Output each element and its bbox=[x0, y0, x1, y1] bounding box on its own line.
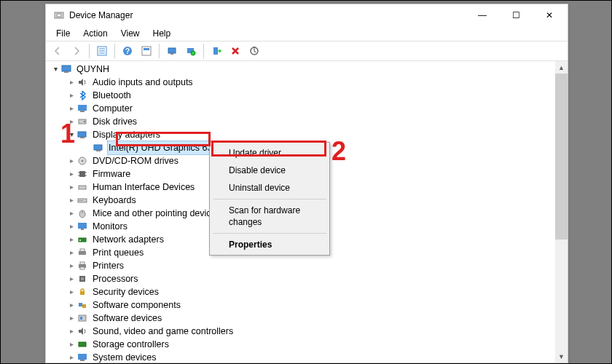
bluetooth-icon bbox=[76, 90, 88, 101]
expand-arrow-icon[interactable]: ▸ bbox=[66, 287, 76, 297]
context-separator bbox=[213, 233, 326, 234]
svg-rect-52 bbox=[79, 303, 82, 306]
expand-arrow-icon[interactable]: ▸ bbox=[66, 90, 76, 100]
category-printers[interactable]: ▸Printers bbox=[66, 259, 555, 272]
svg-rect-19 bbox=[80, 111, 85, 112]
show-hidden-button[interactable] bbox=[138, 42, 155, 60]
svg-rect-45 bbox=[80, 249, 85, 251]
category-sound[interactable]: ▸Sound, video and game controllers bbox=[66, 325, 555, 338]
audio-icon bbox=[76, 76, 88, 88]
tree-root[interactable]: ▾ QUYNH bbox=[50, 63, 555, 76]
category-audio[interactable]: ▸Audio inputs and outputs bbox=[66, 76, 555, 89]
category-software-components[interactable]: ▸Software components bbox=[66, 298, 555, 312]
mouse-icon bbox=[76, 207, 88, 219]
expand-arrow-icon[interactable]: ▸ bbox=[66, 116, 76, 127]
svg-rect-10 bbox=[168, 48, 176, 53]
minimize-button[interactable]: — bbox=[466, 4, 499, 26]
expand-arrow-icon[interactable]: ▸ bbox=[66, 221, 76, 232]
scroll-up-button[interactable]: ▲ bbox=[555, 61, 568, 74]
category-storage-controllers[interactable]: ▸Storage controllers bbox=[66, 338, 555, 351]
svg-rect-17 bbox=[64, 71, 68, 73]
svg-rect-14 bbox=[213, 47, 218, 55]
category-bluetooth[interactable]: ▸Bluetooth bbox=[66, 89, 555, 102]
category-computer[interactable]: ▸Computer bbox=[66, 102, 555, 115]
computer-properties-button[interactable] bbox=[163, 42, 181, 60]
expand-arrow-icon[interactable]: ▸ bbox=[66, 313, 76, 323]
back-button[interactable] bbox=[49, 42, 66, 60]
help-button[interactable]: ? bbox=[119, 42, 136, 60]
category-software-devices[interactable]: ▸Software devices bbox=[66, 312, 555, 325]
svg-rect-18 bbox=[78, 105, 87, 111]
svg-rect-44 bbox=[79, 251, 86, 255]
content-area: ▾ QUYNH ▸Audio inputs and outputs ▸Bluet… bbox=[46, 61, 568, 363]
svg-point-27 bbox=[82, 160, 84, 162]
expand-arrow-icon[interactable]: ▸ bbox=[66, 103, 76, 114]
app-icon bbox=[53, 9, 65, 21]
titlebar[interactable]: Device Manager — ☐ ✕ bbox=[46, 4, 568, 26]
svg-rect-51 bbox=[80, 291, 85, 295]
toolbar-separator bbox=[114, 44, 115, 58]
category-display-adapters[interactable]: ▾Display adapters bbox=[66, 128, 555, 141]
properties-list-button[interactable] bbox=[93, 42, 111, 60]
context-update-driver[interactable]: Update driver bbox=[211, 144, 328, 162]
expand-arrow-icon[interactable]: ▸ bbox=[66, 195, 76, 205]
scan-hardware-button[interactable] bbox=[182, 42, 200, 60]
network-icon bbox=[76, 234, 88, 245]
expand-arrow-icon[interactable]: ▸ bbox=[66, 352, 76, 363]
svg-rect-1 bbox=[57, 14, 61, 17]
system-device-icon bbox=[76, 352, 88, 363]
enable-device-button[interactable] bbox=[208, 42, 225, 60]
context-uninstall-device[interactable]: Uninstall device bbox=[211, 179, 328, 197]
sound-icon bbox=[76, 325, 88, 337]
maximize-button[interactable]: ☐ bbox=[499, 4, 533, 26]
expand-arrow-icon[interactable]: ▸ bbox=[66, 261, 76, 271]
expand-arrow-icon[interactable]: ▸ bbox=[66, 208, 76, 218]
svg-rect-50 bbox=[81, 277, 84, 280]
menu-help[interactable]: Help bbox=[147, 27, 177, 40]
menu-view[interactable]: View bbox=[115, 27, 146, 40]
category-security[interactable]: ▸Security devices bbox=[66, 285, 555, 298]
scroll-down-button[interactable]: ▼ bbox=[555, 350, 568, 363]
storage-controller-icon bbox=[76, 339, 88, 350]
svg-rect-24 bbox=[94, 145, 102, 150]
context-separator bbox=[213, 199, 326, 199]
printer-icon bbox=[76, 260, 88, 272]
expand-arrow-icon[interactable]: ▸ bbox=[66, 300, 76, 310]
scroll-thumb[interactable] bbox=[555, 74, 568, 240]
svg-point-43 bbox=[79, 240, 81, 241]
expand-arrow-icon[interactable]: ▸ bbox=[66, 234, 76, 245]
expand-arrow-icon[interactable]: ▸ bbox=[66, 77, 76, 87]
remove-device-button[interactable] bbox=[227, 42, 244, 60]
toolbar-separator bbox=[203, 44, 204, 58]
menu-file[interactable]: File bbox=[50, 27, 76, 40]
context-properties[interactable]: Properties bbox=[211, 236, 328, 253]
svg-rect-40 bbox=[78, 223, 87, 229]
close-button[interactable]: ✕ bbox=[533, 4, 566, 26]
expand-arrow-icon[interactable]: ▸ bbox=[66, 339, 76, 349]
menu-action[interactable]: Action bbox=[77, 27, 113, 40]
category-system-devices[interactable]: ▸System devices bbox=[66, 351, 555, 363]
vertical-scrollbar[interactable]: ▲ ▼ bbox=[555, 61, 568, 363]
update-driver-button[interactable] bbox=[246, 42, 263, 60]
processor-icon bbox=[76, 273, 88, 285]
expand-arrow-icon[interactable]: ▸ bbox=[66, 156, 76, 166]
expand-arrow-icon[interactable]: ▾ bbox=[66, 130, 76, 140]
category-disk-drives[interactable]: ▸Disk drives bbox=[66, 115, 555, 128]
security-icon bbox=[76, 286, 88, 298]
svg-rect-33 bbox=[79, 186, 86, 189]
expand-arrow-icon[interactable]: ▸ bbox=[66, 182, 76, 192]
context-scan-hardware[interactable]: Scan for hardware changes bbox=[211, 202, 328, 231]
category-processors[interactable]: ▸Processors bbox=[66, 272, 555, 285]
context-disable-device[interactable]: Disable device bbox=[211, 162, 328, 179]
disk-icon bbox=[76, 116, 88, 127]
scroll-track[interactable] bbox=[555, 74, 568, 350]
expand-arrow-icon[interactable]: ▾ bbox=[50, 64, 60, 74]
expand-arrow-icon[interactable]: ▸ bbox=[66, 326, 76, 336]
expand-arrow-icon[interactable]: ▸ bbox=[66, 274, 76, 284]
forward-button[interactable] bbox=[68, 42, 85, 60]
expand-arrow-icon[interactable]: ▸ bbox=[66, 248, 76, 258]
expand-arrow-icon[interactable]: ▸ bbox=[66, 169, 76, 179]
svg-rect-28 bbox=[79, 171, 85, 177]
svg-rect-11 bbox=[170, 53, 173, 55]
svg-rect-56 bbox=[79, 342, 86, 347]
